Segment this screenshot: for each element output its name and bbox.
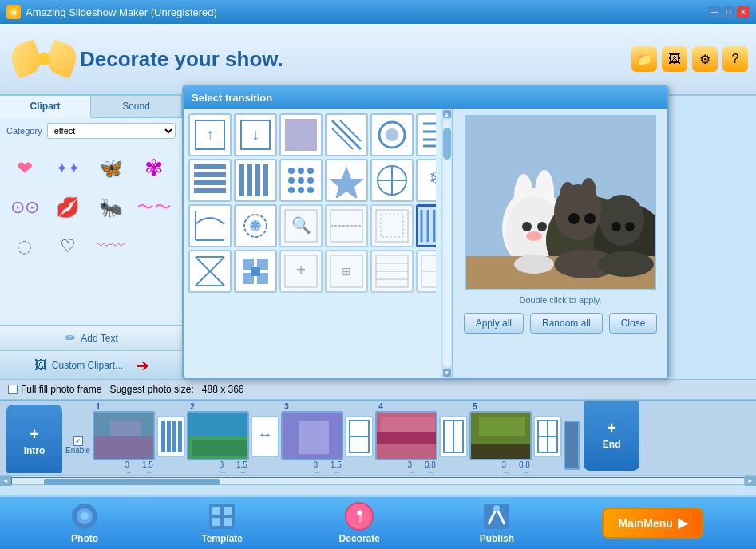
svg-rect-4 xyxy=(285,119,301,135)
transition-item-14[interactable]: ✼ xyxy=(234,204,277,247)
slide-3-thumb[interactable] xyxy=(281,411,343,460)
svg-rect-113 xyxy=(381,417,435,432)
transition-item-2[interactable]: ↓ xyxy=(234,113,277,156)
transition-item-20[interactable] xyxy=(234,250,277,293)
add-text-button[interactable]: ✏ Add Text xyxy=(0,325,184,350)
transition-item-5[interactable] xyxy=(370,113,414,156)
nav-template[interactable]: Template xyxy=(190,502,254,544)
clipart-butterfly[interactable]: 🦋 xyxy=(93,150,129,186)
clipart-stars[interactable]: ✦✦ xyxy=(49,150,85,186)
image-icon[interactable]: 🖼 xyxy=(662,46,687,72)
transition-item-12[interactable]: ❄ xyxy=(416,159,436,202)
transition-item-9[interactable] xyxy=(279,159,323,202)
slide-5-thumb[interactable] xyxy=(469,411,532,460)
hscroll-left-button[interactable]: ◄ xyxy=(0,476,11,487)
apply-all-button[interactable]: Apply all xyxy=(464,313,524,334)
page-title-area: Decorate your show. xyxy=(80,47,631,72)
scroll-up-button[interactable]: ▲ xyxy=(443,110,451,118)
clipart-scribble[interactable]: 〜〜 xyxy=(136,189,172,225)
help-icon[interactable]: ? xyxy=(722,46,748,72)
transition-item-24[interactable] xyxy=(416,250,436,293)
nav-publish[interactable]: Publish xyxy=(465,502,528,544)
scroll-down-button[interactable]: ▼ xyxy=(443,369,451,377)
slide-3-duration: 3 xyxy=(313,460,318,469)
slide-3-trans-close[interactable]: ✕ xyxy=(334,469,341,474)
transition-item-7[interactable] xyxy=(188,159,232,202)
clipart-ring[interactable]: ⊙⊙ xyxy=(6,189,42,225)
random-all-button[interactable]: Random all xyxy=(530,313,603,334)
transition-item-11[interactable] xyxy=(370,159,414,202)
transition-item-18[interactable] xyxy=(416,204,436,247)
transition-item-22[interactable]: ⊞ xyxy=(325,250,368,293)
transition-item-15[interactable]: 🔍 xyxy=(279,204,323,247)
slide-1-trans-close[interactable]: ✕ xyxy=(145,469,152,474)
slide-2-trans-close[interactable]: ✕ xyxy=(239,469,247,474)
main-menu-button[interactable]: MainMenu ▶ xyxy=(602,508,703,539)
intro-button[interactable]: + Intro xyxy=(6,405,62,473)
slide-4-trans-close[interactable]: ✕ xyxy=(428,469,435,474)
svg-point-26 xyxy=(298,168,304,174)
slide-5-trans-close[interactable]: ✕ xyxy=(522,469,529,474)
slide-4-thumb[interactable] xyxy=(375,411,437,460)
slide-4-transition[interactable] xyxy=(439,416,468,457)
clipart-heart2[interactable]: ♡ xyxy=(49,228,85,264)
clipart-multi[interactable]: ✾ xyxy=(136,150,172,186)
slide-5-transition[interactable] xyxy=(533,416,562,457)
svg-point-87 xyxy=(584,213,596,224)
transition-item-19[interactable] xyxy=(188,250,232,293)
tab-clipart[interactable]: Clipart xyxy=(0,96,91,118)
minimize-button[interactable]: — xyxy=(708,6,721,18)
slide-3-transition[interactable] xyxy=(345,416,374,457)
publish-nav-icon xyxy=(482,502,511,531)
close-button[interactable]: ✕ xyxy=(737,6,750,18)
slide-1-transition[interactable] xyxy=(156,416,185,457)
maximize-button[interactable]: □ xyxy=(722,6,735,18)
scroll-thumb[interactable] xyxy=(443,128,451,160)
svg-point-27 xyxy=(307,168,314,174)
svg-point-86 xyxy=(568,213,580,224)
slide-2-transition[interactable]: ↔ xyxy=(251,416,279,457)
slide-3-close[interactable]: ✕ xyxy=(314,469,321,474)
hscroll-thumb[interactable] xyxy=(44,479,220,485)
clipart-wave[interactable]: 〰〰 xyxy=(93,228,129,264)
close-button[interactable]: Close xyxy=(609,313,658,334)
nav-decorate[interactable]: Decorate xyxy=(327,502,391,544)
transition-item-3[interactable] xyxy=(279,113,323,156)
transition-item-6[interactable] xyxy=(416,113,436,156)
slide-5-duration: 3 xyxy=(501,460,506,469)
transition-item-8[interactable] xyxy=(234,159,277,202)
transition-item-10[interactable] xyxy=(325,159,368,202)
svg-text:⊞: ⊞ xyxy=(342,265,351,278)
clipart-heart[interactable]: ❤ xyxy=(6,150,42,186)
settings-icon[interactable]: ⚙ xyxy=(692,46,718,72)
slide-1-thumb[interactable] xyxy=(93,411,155,460)
slide-5-close[interactable]: ✕ xyxy=(502,469,509,474)
intro-enable-checkbox[interactable] xyxy=(73,436,83,446)
end-button[interactable]: + End xyxy=(584,401,639,471)
transition-item-21[interactable]: + xyxy=(279,250,323,293)
clipart-ghost[interactable]: ◌ xyxy=(6,228,42,264)
clipart-lips[interactable]: 💋 xyxy=(49,189,85,225)
slide-2-thumb[interactable] xyxy=(187,411,249,460)
clipart-ant[interactable]: 🐜 xyxy=(93,189,129,225)
transition-item-16[interactable] xyxy=(325,204,368,247)
scroll-track xyxy=(443,120,451,367)
fullframe-checkbox[interactable] xyxy=(8,385,18,394)
nav-photo[interactable]: Photo xyxy=(53,502,117,544)
slide-2-close[interactable]: ✕ xyxy=(220,469,227,474)
folder-icon[interactable]: 📁 xyxy=(631,46,657,72)
tab-sound[interactable]: Sound xyxy=(91,96,182,117)
transition-item-1[interactable]: ↑ xyxy=(188,113,232,156)
fullframe-check[interactable]: Full fill photo frame xyxy=(8,384,101,395)
slide-4-close[interactable]: ✕ xyxy=(408,469,415,474)
transition-item-17[interactable] xyxy=(370,204,414,247)
transition-item-23[interactable] xyxy=(370,250,414,293)
end-enable-checkbox[interactable] xyxy=(593,473,603,474)
custom-clipart-button[interactable]: 🖼 Custom Clipart... ➔ xyxy=(0,350,184,379)
transition-item-4[interactable] xyxy=(325,113,368,156)
slide-1-close[interactable]: ✕ xyxy=(125,469,133,474)
category-select[interactable]: effect nature shapes xyxy=(47,123,176,139)
end-area: + End Enable xyxy=(584,401,639,473)
transition-item-13[interactable] xyxy=(188,204,232,247)
hscroll-right-button[interactable]: ► xyxy=(745,476,756,487)
